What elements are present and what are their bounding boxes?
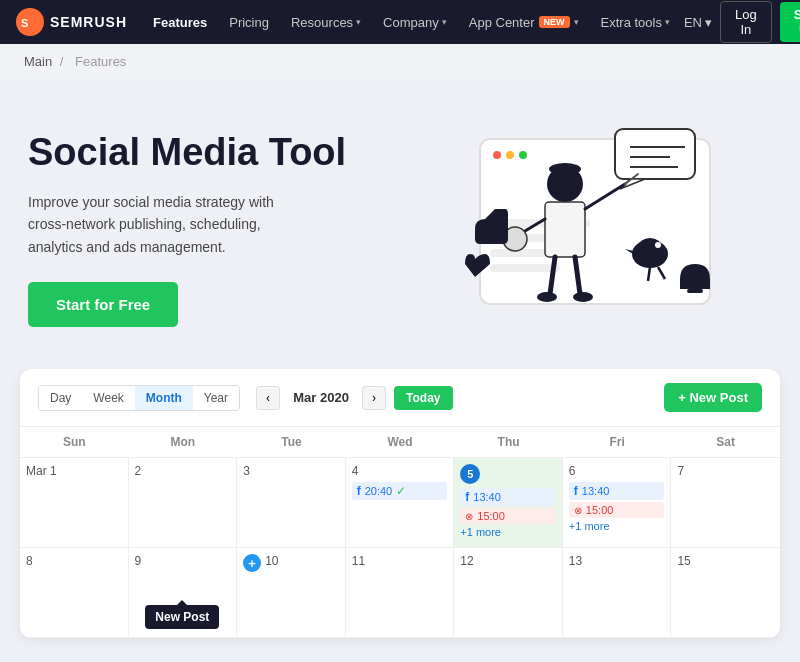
svg-rect-18 [545,202,585,257]
date-label: 15 [677,554,774,568]
view-year-button[interactable]: Year [193,386,239,410]
signup-button[interactable]: Sign Up [780,2,800,42]
nav-right: EN ▾ Log In Sign Up [684,1,800,43]
view-month-button[interactable]: Month [135,386,193,410]
event-time: 15:00 [586,504,614,516]
calendar-week-1: Mar 1 2 3 4 f 20:40 ✓ 5 [20,458,780,548]
chevron-down-icon: ▾ [356,17,361,27]
cal-cell-9[interactable]: 9 New Post [129,548,238,638]
cal-cell-2[interactable]: 2 [129,458,238,548]
svg-point-25 [537,292,557,302]
nav-pricing[interactable]: Pricing [219,11,279,34]
calendar-controls: Day Week Month Year ‹ Mar 2020 › Today +… [20,369,780,427]
facebook-icon: f [357,484,361,498]
event-time: 15:00 [477,510,505,522]
new-badge: NEW [539,16,570,28]
prev-month-button[interactable]: ‹ [256,386,280,410]
nav-company[interactable]: Company ▾ [373,11,457,34]
facebook-event-thu[interactable]: f 13:40 [460,488,556,506]
nav-links: Features Pricing Resources ▾ Company ▾ A… [143,11,680,34]
hero-illustration [390,109,730,349]
nav-app-center[interactable]: App Center NEW ▾ [459,11,589,34]
header-wed: Wed [346,427,455,458]
nav-resources[interactable]: Resources ▾ [281,11,371,34]
svg-text:S: S [21,17,28,29]
next-month-button[interactable]: › [362,386,386,410]
language-selector[interactable]: EN ▾ [684,15,712,30]
event-time: 13:40 [473,491,501,503]
date-label: Mar 1 [26,464,122,478]
google-event-fri[interactable]: ⊗ 15:00 [569,502,665,518]
google-icon: ⊗ [465,511,473,522]
chevron-down-icon: ▾ [705,15,712,30]
hero-illustration-container [348,109,772,349]
google-icon: ⊗ [574,505,582,516]
header-mon: Mon [129,427,238,458]
more-events-thu[interactable]: +1 more [460,526,556,538]
breadcrumb-separator: / [60,54,64,69]
hero-title: Social Media Tool [28,131,348,175]
cal-cell-12[interactable]: 12 [454,548,563,638]
cal-cell-5[interactable]: 5 f 13:40 ⊗ 15:00 +1 more [454,458,563,548]
date-label: 7 [677,464,774,478]
check-icon: ✓ [396,484,406,498]
cal-cell-mar1[interactable]: Mar 1 [20,458,129,548]
today-date-label: 5 [460,464,480,484]
svg-rect-9 [490,264,560,272]
facebook-event[interactable]: f 20:40 ✓ [352,482,448,500]
facebook-icon: f [465,490,469,504]
start-for-free-button[interactable]: Start for Free [28,282,178,327]
cal-cell-7[interactable]: 7 [671,458,780,548]
calendar-section: Day Week Month Year ‹ Mar 2020 › Today +… [0,369,800,662]
header-tue: Tue [237,427,346,458]
cal-cell-3[interactable]: 3 [237,458,346,548]
cal-cell-10[interactable]: + 10 [237,548,346,638]
cal-cell-15[interactable]: 15 [671,548,780,638]
date-label: 13 [569,554,665,568]
date-label: 4 [352,464,448,478]
svg-point-4 [506,151,514,159]
hero-left: Social Media Tool Improve your social me… [28,131,348,327]
logo[interactable]: S SEMRUSH [16,8,127,36]
add-post-circle-button[interactable]: + [243,554,261,572]
event-time: 20:40 [365,485,393,497]
cal-cell-11[interactable]: 11 [346,548,455,638]
cal-cell-8[interactable]: 8 [20,548,129,638]
date-label: 12 [460,554,556,568]
header-sun: Sun [20,427,129,458]
header-fri: Fri [563,427,672,458]
view-day-button[interactable]: Day [39,386,82,410]
breadcrumb-main[interactable]: Main [24,54,52,69]
view-buttons: Day Week Month Year [38,385,240,411]
hero-description: Improve your social media strategy with … [28,191,288,258]
breadcrumb-current: Features [75,54,126,69]
svg-point-17 [571,165,579,173]
calendar-card: Day Week Month Year ‹ Mar 2020 › Today +… [20,369,780,638]
today-button[interactable]: Today [394,386,452,410]
cal-cell-13[interactable]: 13 [563,548,672,638]
more-events-fri[interactable]: +1 more [569,520,665,532]
login-button[interactable]: Log In [720,1,772,43]
svg-point-29 [655,242,661,248]
svg-point-3 [493,151,501,159]
svg-rect-10 [615,129,695,179]
new-post-button[interactable]: + New Post [664,383,762,412]
nav-features[interactable]: Features [143,11,217,34]
facebook-event-fri[interactable]: f 13:40 [569,482,665,500]
cal-cell-6[interactable]: 6 f 13:40 ⊗ 15:00 +1 more [563,458,672,548]
event-time: 13:40 [582,485,610,497]
navigation: S SEMRUSH Features Pricing Resources ▾ C… [0,0,800,44]
svg-point-26 [573,292,593,302]
chevron-down-icon: ▾ [574,17,579,27]
calendar-day-headers: Sun Mon Tue Wed Thu Fri Sat [20,427,780,458]
svg-rect-33 [687,289,703,293]
chevron-down-icon: ▾ [665,17,670,27]
cal-cell-4[interactable]: 4 f 20:40 ✓ [346,458,455,548]
nav-extra-tools[interactable]: Extra tools ▾ [591,11,680,34]
breadcrumb: Main / Features [0,44,800,79]
date-label: 10 [265,554,278,568]
calendar-navigation: ‹ Mar 2020 › [256,386,386,410]
calendar-controls-right: + New Post [664,383,762,412]
view-week-button[interactable]: Week [82,386,134,410]
google-event-thu[interactable]: ⊗ 15:00 [460,508,556,524]
